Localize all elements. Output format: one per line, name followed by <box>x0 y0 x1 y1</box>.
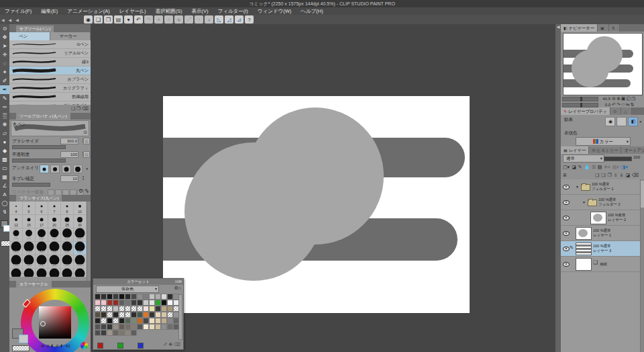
new-folder-icon[interactable]: ❐ <box>607 173 611 178</box>
close-icon[interactable]: ⊠ <box>178 279 182 283</box>
canvas-page[interactable] <box>163 96 470 313</box>
palette-swatch[interactable] <box>167 324 173 330</box>
palette-swatch[interactable] <box>119 306 125 312</box>
brush-size-cell[interactable]: 150 <box>23 242 36 255</box>
tab-navigator[interactable]: ◧ナビゲーター <box>561 24 598 32</box>
palette-swatch[interactable] <box>113 318 119 324</box>
aa-none-button[interactable] <box>40 165 49 173</box>
palette-swatch[interactable] <box>113 294 119 300</box>
palette-swatch[interactable] <box>101 306 107 312</box>
mask-icon[interactable]: ◪ <box>572 165 576 170</box>
brush-size-cell[interactable] <box>36 269 48 277</box>
brush-size-cell[interactable]: 400 <box>10 255 23 269</box>
open-button[interactable]: ❐ <box>104 15 113 24</box>
blend-tool[interactable]: ● <box>0 138 9 146</box>
tab-subview[interactable]: ▣ <box>598 24 609 32</box>
palette-swatch[interactable] <box>101 294 107 300</box>
palette-swatch[interactable] <box>101 330 107 336</box>
line-correct-tool[interactable]: ↯ <box>0 208 9 216</box>
brush-size-cell[interactable]: 5 <box>23 202 36 215</box>
palette-swatch[interactable] <box>161 294 167 300</box>
palette-swatch[interactable] <box>149 318 155 324</box>
palette-swatch[interactable] <box>113 312 119 318</box>
layer-color-button[interactable]: ◧ <box>628 117 638 126</box>
palette-swatch[interactable] <box>155 300 161 306</box>
palette-swatch[interactable] <box>125 300 131 306</box>
brush-size-cell[interactable]: 6 <box>36 202 48 215</box>
palette-swatch[interactable] <box>143 306 149 312</box>
layer-row-layer-3-selected[interactable]: ✎ 100 %通常レイヤー 3 <box>561 241 644 257</box>
transfer-down-icon[interactable]: ⇩ <box>614 173 618 178</box>
palette-swatch[interactable] <box>161 324 167 330</box>
palette-swatch[interactable] <box>149 300 155 306</box>
brush-size-cell[interactable]: 50 <box>23 228 36 242</box>
expression-color-select[interactable]: カラー ▾ <box>576 137 631 146</box>
palette-swatch[interactable] <box>119 318 125 324</box>
subtool-maru-pen[interactable]: 丸ペン <box>9 67 91 75</box>
merge-down-icon[interactable]: ⇓ <box>620 173 624 178</box>
palette-swatch[interactable] <box>101 324 107 330</box>
palette-swatch[interactable] <box>155 306 161 312</box>
brush-size-cell[interactable]: 8 <box>61 202 74 215</box>
brush-size-cell[interactable]: 300 <box>74 242 87 255</box>
palette-swatch[interactable] <box>107 318 113 324</box>
zoom-out-icon[interactable]: ⊖ <box>612 96 616 101</box>
brush-size-cell[interactable]: 17 <box>36 215 48 228</box>
set-ruler-icon[interactable]: ✥▾ <box>604 165 610 170</box>
palette-swatch[interactable] <box>137 294 143 300</box>
brush-size-cell[interactable]: 70 <box>48 228 61 242</box>
brush-size-value[interactable]: 300.0 <box>60 138 78 144</box>
brush-size-cell[interactable]: 600 <box>36 255 48 269</box>
palette-swatch[interactable] <box>137 318 143 324</box>
preview-zoom-icon[interactable]: ⊙ <box>83 130 87 135</box>
stabilization-stepper[interactable]: ▴▾ <box>83 175 84 181</box>
tool-property-tab[interactable]: ツールプロパティ[丸ペン] <box>16 113 70 120</box>
zoom-tool[interactable]: ⊙ <box>0 24 9 33</box>
pencil-tool[interactable]: ✎ <box>0 94 9 103</box>
brush-size-cell[interactable]: 500 <box>23 255 36 269</box>
palette-swatch[interactable] <box>143 318 149 324</box>
auto-select-tool[interactable]: ✦ <box>0 68 9 77</box>
rotate-left-button[interactable]: ◔ <box>195 15 203 24</box>
subtool-tab-marker[interactable]: マーカー <box>50 32 91 40</box>
menu-item[interactable]: ウィンドウ(W) <box>253 7 296 15</box>
palette-swatch[interactable] <box>137 324 143 330</box>
blend-mode-select[interactable]: 通常▾ <box>563 155 604 163</box>
palette-swatch[interactable] <box>137 306 143 312</box>
layer-move-tool[interactable]: ✛ <box>0 50 9 59</box>
redo-button[interactable]: ↷ <box>144 15 153 24</box>
new-button[interactable]: ❏ <box>94 15 103 24</box>
brush-size-cell[interactable]: 25 <box>61 215 74 228</box>
ruler-tool[interactable]: ∠ <box>0 181 9 190</box>
brush-size-dynamics-icon[interactable]: ◫ <box>83 138 90 144</box>
palette-swatch[interactable] <box>95 300 101 306</box>
menu-item[interactable]: 編集(E) <box>36 7 62 15</box>
menu-item[interactable]: 選択範囲(S) <box>151 7 187 15</box>
palette-swatch[interactable] <box>95 306 101 312</box>
lock-transparent-icon[interactable]: ▨ <box>598 165 602 170</box>
brush-size-slider[interactable] <box>12 145 66 149</box>
zoom-in-icon[interactable]: ⊕ <box>616 96 621 101</box>
tab-auto-action[interactable]: オートアクション <box>621 146 644 154</box>
palette-swatch[interactable] <box>161 306 167 312</box>
palette-swatch[interactable] <box>113 330 119 336</box>
palette-swatch[interactable] <box>119 300 125 306</box>
layer-list-scrollbar[interactable] <box>640 179 644 352</box>
palette-swatch[interactable] <box>113 306 119 312</box>
tab-history[interactable]: ⟲ヒストリー <box>589 146 621 154</box>
figure-tool[interactable]: ▭ <box>0 164 9 173</box>
palette-swatch[interactable] <box>101 318 107 324</box>
frame-border-tool[interactable]: ▦ <box>0 173 9 181</box>
brush-size-cell[interactable]: 100 <box>74 228 87 242</box>
balloon-tool[interactable]: ◯ <box>0 199 9 208</box>
rotate-left-icon[interactable]: ↶ <box>612 102 616 107</box>
layer-row-layer-1[interactable]: 100 %通常レイヤー 1 <box>561 226 644 241</box>
stabilization-value[interactable]: 10 <box>60 175 78 182</box>
opacity-slider[interactable] <box>12 159 66 163</box>
palette-swatch[interactable] <box>113 300 119 306</box>
snap-special-ruler-button[interactable]: ◿ <box>225 15 233 24</box>
border-effect-button[interactable]: ◉ <box>605 117 615 126</box>
effect-dropdown-arrow[interactable]: ▾ <box>639 120 641 124</box>
clip-at-layer-icon[interactable]: ◨▾ <box>621 165 628 170</box>
transform-button[interactable]: ⤢ <box>184 15 193 24</box>
